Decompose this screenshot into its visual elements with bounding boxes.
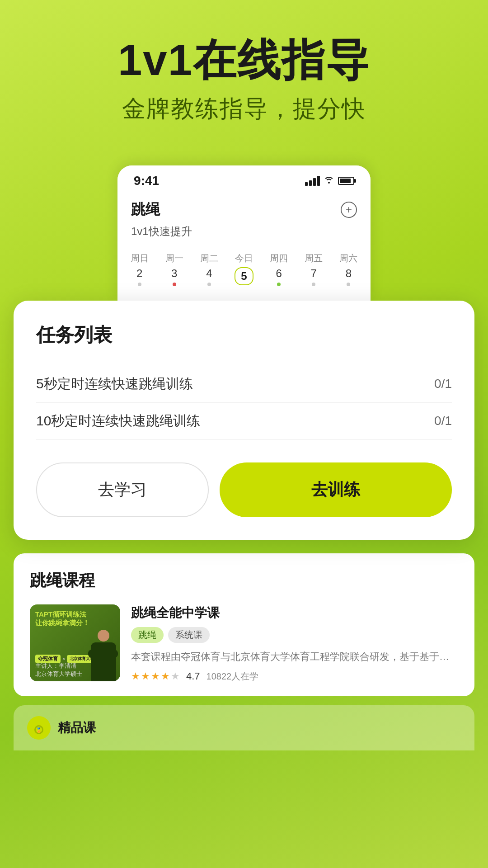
course-meta: ★ ★ ★ ★ ★ 4.7 10822人在学 (131, 670, 458, 683)
cal-day-fri[interactable]: 周五 7 (300, 252, 327, 292)
cal-num-sat: 8 (346, 267, 352, 280)
bottom-label: 精品课 (58, 719, 96, 736)
task-name-2: 10秒定时连续快速跳绳训练 (36, 412, 200, 430)
wifi-icon (324, 175, 334, 186)
bottom-bar: 🏅 精品课 (14, 705, 474, 750)
course-desc: 本套课程由夺冠体育与北京体育大学体育工程学院联合研发，基于基于… (131, 649, 458, 664)
hero-section: 1v1在线指导 金牌教练指导，提分快 (0, 0, 488, 147)
app-subtitle: 1v1快速提升 (117, 224, 371, 245)
course-tags: 跳绳 系统课 (131, 627, 458, 643)
calendar-strip: 周日 2 周一 3 周二 4 今日 5 周四 6 周五 7 (117, 245, 371, 301)
task-name-1: 5秒定时连续快速跳绳训练 (36, 375, 193, 393)
star-1: ★ (131, 670, 140, 682)
cal-day-sat[interactable]: 周六 8 (335, 252, 362, 292)
course-info: 跳绳全能中学课 跳绳 系统课 本套课程由夺冠体育与北京体育大学体育工程学院联合研… (131, 604, 458, 683)
cal-dot-thu (277, 283, 281, 286)
popup-actions: 去学习 去训练 (36, 462, 452, 517)
status-bar: 9:41 (117, 165, 371, 193)
go-train-button[interactable]: 去训练 (220, 462, 452, 517)
cal-num-mon: 3 (171, 267, 177, 280)
go-study-button[interactable]: 去学习 (36, 462, 209, 517)
cal-dayname-sat: 周六 (339, 252, 357, 264)
task-progress-1: 0/1 (434, 377, 452, 391)
cal-day-tue[interactable]: 周二 4 (196, 252, 223, 292)
cal-dayname-today: 今日 (235, 252, 253, 264)
cal-dayname-mon: 周一 (165, 252, 183, 264)
thumb-instructor: 主讲人：李清清北京体育大学硕士 (35, 662, 82, 678)
student-count: 10822人在学 (206, 670, 259, 683)
svg-text:🏅: 🏅 (36, 727, 42, 733)
cal-day-sun[interactable]: 周日 2 (126, 252, 153, 292)
star-4: ★ (161, 670, 170, 682)
status-icons (305, 175, 354, 186)
cal-dayname-sun: 周日 (131, 252, 149, 264)
tag-system: 系统课 (168, 627, 210, 643)
signal-icon (305, 176, 320, 186)
course-thumbnail: TAPT循环训练法让你跳绳拿满分！ 夺冠体育 × 北京体育大学 主讲人：李清清北… (30, 604, 120, 681)
cal-dayname-fri: 周五 (305, 252, 323, 264)
task-row-1: 5秒定时连续快速跳绳训练 0/1 (36, 366, 452, 403)
cal-num-tue: 4 (206, 267, 212, 280)
task-progress-2: 0/1 (434, 414, 452, 428)
app-header: 跳绳 + (117, 193, 371, 224)
popup-title: 任务列表 (36, 322, 452, 348)
star-3: ★ (151, 670, 160, 682)
star-rating: ★ ★ ★ ★ ★ (131, 670, 180, 682)
cal-day-mon[interactable]: 周一 3 (161, 252, 188, 292)
task-row-2: 10秒定时连续快速跳绳训练 0/1 (36, 403, 452, 440)
cal-dayname-tue: 周二 (200, 252, 218, 264)
hero-subtitle: 金牌教练指导，提分快 (18, 93, 470, 125)
rating-value: 4.7 (186, 670, 200, 682)
hero-title: 1v1在线指导 (18, 36, 470, 84)
medal-icon: 🏅 (27, 716, 51, 740)
cal-dot-sat (347, 283, 350, 286)
star-2: ★ (141, 670, 150, 682)
course-name: 跳绳全能中学课 (131, 604, 458, 622)
cal-dot-today (242, 288, 246, 292)
cal-dot-mon (173, 283, 176, 286)
cal-dot-sun (138, 283, 141, 286)
courses-title: 跳绳课程 (30, 570, 458, 592)
cal-dot-fri (312, 283, 315, 286)
courses-section: 跳绳课程 TAPT循环训练法让你跳绳拿满分！ 夺冠体育 × 北京体育大学 主讲人… (14, 553, 474, 696)
instructor-photo (86, 627, 120, 681)
cal-num-thu: 6 (276, 267, 282, 280)
course-card-1[interactable]: TAPT循环训练法让你跳绳拿满分！ 夺冠体育 × 北京体育大学 主讲人：李清清北… (30, 604, 458, 683)
cal-day-today[interactable]: 今日 5 (230, 252, 258, 292)
phone-mockup: 9:41 跳绳 + 1v1快速提升 周日 2 (117, 165, 371, 301)
star-5: ★ (171, 670, 180, 682)
cal-num-fri: 7 (311, 267, 317, 280)
thumb-text: TAPT循环训练法让你跳绳拿满分！ (35, 610, 89, 627)
cal-num-sun: 2 (136, 267, 142, 280)
cal-num-today: 5 (235, 267, 253, 285)
cal-dayname-thu: 周四 (270, 252, 288, 264)
cal-day-thu[interactable]: 周四 6 (265, 252, 292, 292)
add-button[interactable]: + (341, 202, 357, 218)
cal-dot-tue (207, 283, 211, 286)
status-time: 9:41 (134, 174, 159, 188)
battery-icon (338, 177, 354, 185)
app-title: 跳绳 (131, 200, 160, 220)
task-popup-card: 任务列表 5秒定时连续快速跳绳训练 0/1 10秒定时连续快速跳绳训练 0/1 … (14, 301, 474, 540)
tag-jumprope: 跳绳 (131, 627, 164, 643)
